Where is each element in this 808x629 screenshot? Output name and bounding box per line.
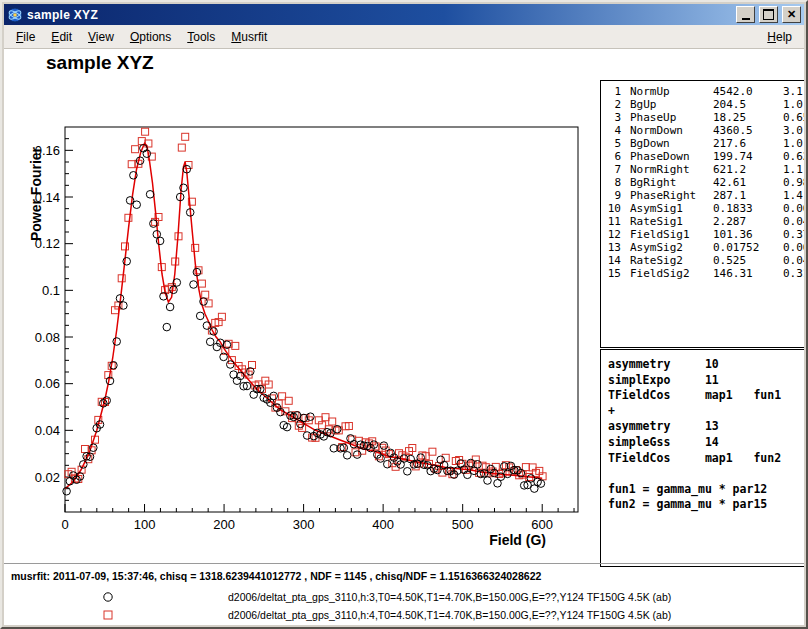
app-icon [7, 7, 23, 23]
legend-label: d2006/deltat_pta_gps_3110,h:3,T0=4.50K,T… [228, 591, 671, 603]
param-row: 8BgRight42.610.98 [607, 176, 804, 189]
legend-square-icon [101, 608, 115, 622]
close-icon: ✕ [787, 9, 796, 20]
statusbar-divider [4, 563, 804, 564]
menu-musrfit[interactable]: Musrfit [223, 27, 275, 47]
plot-canvas[interactable]: 01002003004005006000.020.040.060.080.10.… [28, 115, 588, 560]
param-row: 2BgUp204.51.0 [607, 98, 804, 111]
menu-tools[interactable]: Tools [179, 27, 223, 47]
svg-text:300: 300 [293, 517, 315, 532]
svg-text:0.06: 0.06 [35, 376, 60, 391]
minimize-icon [742, 18, 750, 20]
svg-text:0.08: 0.08 [35, 330, 60, 345]
parameter-panel: 1NormUp4542.03.12BgUp204.51.03PhaseUp18.… [600, 80, 804, 348]
svg-text:0.04: 0.04 [35, 423, 60, 438]
menu-file[interactable]: File [8, 27, 43, 47]
maximize-button[interactable] [759, 6, 778, 23]
svg-text:0: 0 [61, 517, 68, 532]
root-canvas[interactable]: sample XYZ 01002003004005006000.020.040.… [4, 49, 804, 625]
menu-help[interactable]: Help [759, 27, 800, 47]
param-row: 15FieldSig2146.310.31 [607, 267, 804, 280]
param-row: 1NormUp4542.03.1 [607, 85, 804, 98]
canvas-title: sample XYZ [46, 52, 154, 74]
fit-status-text: musrfit: 2011-07-09, 15:37:46, chisq = 1… [11, 570, 541, 582]
theory-text: asymmetry 10 simplExpo 11 TFieldCos map1… [608, 357, 804, 513]
param-row: 14RateSig20.5250.046 [607, 254, 804, 267]
menu-edit[interactable]: Edit [43, 27, 80, 47]
svg-text:Field (G): Field (G) [489, 532, 546, 548]
param-table: 1NormUp4542.03.12BgUp204.51.03PhaseUp18.… [607, 85, 804, 280]
param-row: 13AsymSig20.017520.00101 [607, 241, 804, 254]
legend-circle-icon [101, 590, 115, 604]
svg-text:400: 400 [372, 517, 394, 532]
window-title: sample XYZ [27, 8, 732, 22]
legend-entry: d2006/deltat_pta_gps_3110,h:4,T0=4.50K,T… [4, 607, 804, 623]
menu-view[interactable]: View [80, 27, 122, 47]
menu-bar: FileEditViewOptionsToolsMusrfit Help [4, 25, 804, 49]
param-row: 7NormRight621.21.1 [607, 163, 804, 176]
legend-entry: d2006/deltat_pta_gps_3110,h:3,T0=4.50K,T… [4, 589, 804, 605]
param-row: 10AsymSig10.18330.0027 [607, 202, 804, 215]
param-row: 11RateSig12.2870.043 [607, 215, 804, 228]
param-row: 3PhaseUp18.250.65 [607, 111, 804, 124]
legend-label: d2006/deltat_pta_gps_3110,h:4,T0=4.50K,T… [228, 609, 671, 621]
svg-text:0.1: 0.1 [42, 283, 60, 298]
maximize-icon [763, 9, 774, 20]
param-row: 5BgDown217.61.0 [607, 137, 804, 150]
svg-text:Power Fourier: Power Fourier [28, 146, 44, 241]
param-row: 6PhaseDown199.740.62 [607, 150, 804, 163]
minimize-button[interactable] [736, 6, 755, 23]
svg-text:0.02: 0.02 [35, 470, 60, 485]
close-button[interactable]: ✕ [782, 6, 801, 23]
menu-options[interactable]: Options [122, 27, 179, 47]
param-row: 12FieldSig1101.360.37 [607, 228, 804, 241]
svg-text:200: 200 [213, 517, 235, 532]
svg-text:500: 500 [452, 517, 474, 532]
svg-text:100: 100 [134, 517, 156, 532]
theory-panel: asymmetry 10 simplExpo 11 TFieldCos map1… [600, 349, 804, 567]
app-window: sample XYZ ✕ FileEditViewOptionsToolsMus… [0, 0, 808, 629]
param-row: 9PhaseRight287.11.4 [607, 189, 804, 202]
svg-text:600: 600 [531, 517, 553, 532]
param-row: 4NormDown4360.53.0 [607, 124, 804, 137]
title-bar: sample XYZ ✕ [4, 4, 804, 25]
